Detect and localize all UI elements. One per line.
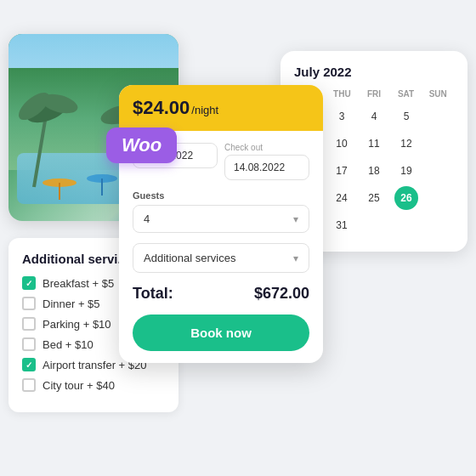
calendar-day[interactable]: 5 (394, 105, 418, 128)
service-checkbox[interactable] (22, 378, 36, 392)
cal-day-header: SAT (390, 89, 422, 99)
calendar-day (427, 132, 450, 156)
service-label: Dinner + $5 (42, 298, 100, 310)
card-body: 07.08.2022 Check out 14.08.2022 Guests 4… (119, 131, 323, 363)
calendar-day[interactable]: 17 (330, 159, 354, 183)
total-label: Total: (133, 285, 173, 303)
calendar-day (427, 186, 450, 210)
service-label: Bed + $10 (42, 338, 94, 351)
price-header: $24.00 /night (119, 85, 323, 131)
checkout-value[interactable]: 14.08.2022 (224, 155, 309, 180)
calendar-day[interactable]: 18 (362, 159, 386, 183)
service-checkbox[interactable] (22, 297, 36, 310)
book-now-button[interactable]: Book now (133, 314, 309, 351)
calendar-day[interactable]: 11 (362, 132, 386, 156)
calendar-day (394, 213, 418, 237)
service-checkbox[interactable] (22, 317, 36, 331)
calendar-title: July 2022 (294, 65, 454, 79)
checkout-label: Check out (224, 143, 309, 152)
calendar-day[interactable]: 19 (394, 159, 418, 183)
cal-day-header: THU (326, 89, 359, 99)
calendar-day[interactable]: 26 (394, 186, 418, 210)
calendar-day[interactable]: 4 (362, 105, 386, 128)
calendar-day[interactable]: 25 (362, 186, 386, 210)
additional-services-label: Additional services (144, 252, 235, 264)
calendar-day[interactable]: 3 (330, 105, 354, 128)
cal-day-header: SUN (422, 89, 454, 99)
checkout-field: Check out 14.08.2022 (224, 143, 309, 180)
price-unit: /night (191, 104, 218, 116)
additional-services-dropdown[interactable]: Additional services ▾ (133, 243, 309, 273)
calendar-day (362, 213, 386, 237)
cal-day-header: FRI (358, 89, 390, 99)
calendar-day[interactable]: 10 (330, 132, 354, 156)
calendar-day (427, 159, 450, 183)
calendar-day[interactable]: 24 (330, 186, 354, 210)
service-checkbox[interactable] (22, 358, 36, 371)
service-item[interactable]: City tour + $40 (22, 378, 165, 392)
guests-select[interactable]: 4 ▾ (133, 205, 309, 233)
woo-logo: Woo (106, 128, 177, 163)
service-label: City tour + $40 (42, 379, 115, 392)
price-amount: $24.00 (133, 97, 190, 119)
guests-value: 4 (144, 212, 150, 225)
chevron-down-icon: ▾ (293, 252, 298, 264)
total-value: $672.00 (254, 285, 309, 303)
total-row: Total: $672.00 (133, 285, 309, 303)
service-checkbox[interactable] (22, 337, 36, 351)
chevron-down-icon: ▾ (293, 213, 298, 225)
service-checkbox[interactable] (22, 276, 36, 290)
calendar-day (427, 105, 450, 128)
service-label: Breakfast + $5 (42, 277, 114, 290)
calendar-day[interactable]: 12 (394, 132, 418, 156)
guests-label: Guests (133, 190, 309, 201)
calendar-day (427, 213, 450, 237)
service-label: Parking + $10 (42, 318, 111, 331)
calendar-day[interactable]: 31 (330, 213, 354, 237)
woo-label: Woo (122, 134, 162, 156)
